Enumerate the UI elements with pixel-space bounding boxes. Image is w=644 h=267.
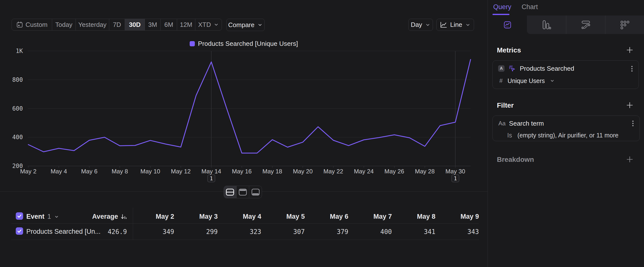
event-group-checkbox[interactable] (16, 212, 23, 220)
text-property-icon: Aa (498, 120, 506, 127)
event-label: Event (26, 213, 44, 220)
x-tick-label: May 26 (384, 168, 404, 175)
x-tick-label: May 24 (354, 168, 374, 175)
table-cell-value: 379 (337, 228, 348, 235)
table-view-icon (251, 188, 260, 196)
insights-icon (503, 21, 512, 29)
view-toggle-chart-and-table[interactable] (224, 186, 236, 198)
event-sparkle-icon (508, 65, 516, 72)
chevron-down-icon (54, 214, 59, 219)
metrics-heading: Metrics (497, 46, 521, 54)
query-sidebar: Query Chart (488, 0, 644, 267)
sidebar-tabs: Query Chart (493, 3, 538, 11)
table-cell-value: 343 (468, 228, 479, 235)
y-tick-label: 800 (12, 76, 23, 83)
average-column-header[interactable]: Average (92, 213, 127, 220)
table-cell-value: 323 (250, 228, 261, 235)
metric-measure[interactable]: Unique Users (508, 77, 544, 85)
table-cell-value: 349 (162, 228, 174, 235)
table-cell-value: 299 (206, 228, 218, 235)
data-table: Event 1 Average Products Searched [Un...… (0, 204, 488, 241)
add-metric-button[interactable] (626, 47, 633, 54)
y-tick-label: 1K (16, 48, 23, 55)
date-column-header[interactable]: May 9 (460, 213, 479, 220)
x-tick-label: May 16 (232, 168, 252, 175)
filter-value[interactable]: (empty string), Air purifier, or 11 more (517, 132, 618, 139)
add-breakdown-button[interactable] (626, 156, 633, 163)
table-row-name: Products Searched [Un... (26, 228, 100, 235)
y-tick-label: 600 (12, 105, 23, 112)
line-chart[interactable]: 1K80060040020011May 2May 4May 6May 8May … (0, 0, 488, 190)
retention-icon (620, 21, 629, 29)
date-column-header[interactable]: May 6 (330, 213, 348, 220)
x-tick-label: May 14 (202, 168, 221, 175)
analysis-type-tabs (488, 16, 644, 34)
tab-chart[interactable]: Chart (522, 3, 538, 11)
average-label: Average (92, 213, 118, 220)
kebab-menu-icon[interactable] (630, 120, 636, 127)
date-column-header[interactable]: May 5 (286, 213, 305, 220)
analysis-type-tabs-inactive (527, 16, 644, 34)
tab-insights[interactable] (488, 16, 527, 34)
x-tick-label: May 10 (140, 168, 160, 175)
view-toggle-chart-only[interactable] (236, 186, 249, 198)
view-toggle (224, 186, 262, 198)
x-tick-label: May 2 (20, 168, 37, 175)
table-bottom-divider (11, 240, 479, 240)
sort-descending-icon (120, 213, 127, 220)
view-toggle-table-only[interactable] (249, 186, 262, 198)
chevron-down-icon (550, 78, 555, 83)
filter-property-name: Search term (509, 120, 544, 127)
series-line (28, 59, 470, 153)
filter-operator[interactable]: Is (507, 132, 512, 139)
metric-series-badge: A (498, 65, 504, 72)
table-cell-value: 341 (424, 228, 436, 235)
x-tick-label: May 30 (446, 168, 465, 175)
metric-event-name: Products Searched (520, 65, 574, 72)
chart-view-icon (238, 188, 247, 196)
date-column-header[interactable]: May 2 (156, 213, 174, 220)
filter-heading: Filter (497, 102, 514, 109)
table-column-divider (133, 208, 133, 240)
annotation-badge-label: 1 (454, 176, 457, 181)
x-tick-label: May 12 (171, 168, 191, 175)
tab-funnels[interactable] (527, 16, 566, 34)
x-tick-label: May 8 (112, 168, 128, 175)
x-tick-label: May 18 (262, 168, 282, 175)
report-main-panel: Custom Today Yesterday 7D 30D 3M 6M 12M … (0, 0, 488, 267)
number-type-icon: # (499, 77, 502, 84)
annotation-badge-label: 1 (210, 176, 213, 181)
check-icon (17, 213, 22, 219)
tab-flows[interactable] (566, 16, 605, 34)
table-cell-value: 307 (293, 228, 305, 235)
active-tab-underline (492, 14, 510, 15)
tab-query[interactable]: Query (493, 3, 512, 11)
x-tick-label: May 4 (51, 168, 67, 175)
x-tick-label: May 6 (81, 168, 98, 175)
flows-icon (581, 21, 590, 29)
date-column-header[interactable]: May 7 (374, 213, 392, 220)
breakdown-heading: Breakdown (497, 156, 534, 164)
event-count: 1 (48, 213, 51, 220)
funnels-icon (542, 20, 551, 29)
kebab-menu-icon[interactable] (629, 65, 635, 72)
date-column-header[interactable]: May 4 (243, 213, 261, 220)
check-icon (17, 228, 22, 234)
x-tick-label: May 20 (293, 168, 313, 175)
tab-retention[interactable] (605, 16, 644, 34)
row-checkbox[interactable] (16, 227, 23, 235)
date-column-header[interactable]: May 8 (417, 213, 436, 220)
y-tick-label: 400 (12, 134, 23, 141)
x-tick-label: May 22 (324, 168, 343, 175)
table-row-average: 426.9 (108, 228, 127, 235)
date-column-header[interactable]: May 3 (199, 213, 218, 220)
table-header-divider (11, 223, 479, 224)
add-filter-button[interactable] (626, 102, 633, 109)
event-column-header[interactable]: Event 1 (26, 213, 59, 220)
x-tick-label: May 28 (415, 168, 435, 175)
table-cell-value: 400 (380, 228, 392, 235)
metric-card[interactable]: A Products Searched # Unique Users (492, 60, 639, 89)
filter-card[interactable]: Aa Search term Is (empty string), Air pu… (492, 116, 640, 141)
split-view-icon (226, 188, 234, 196)
